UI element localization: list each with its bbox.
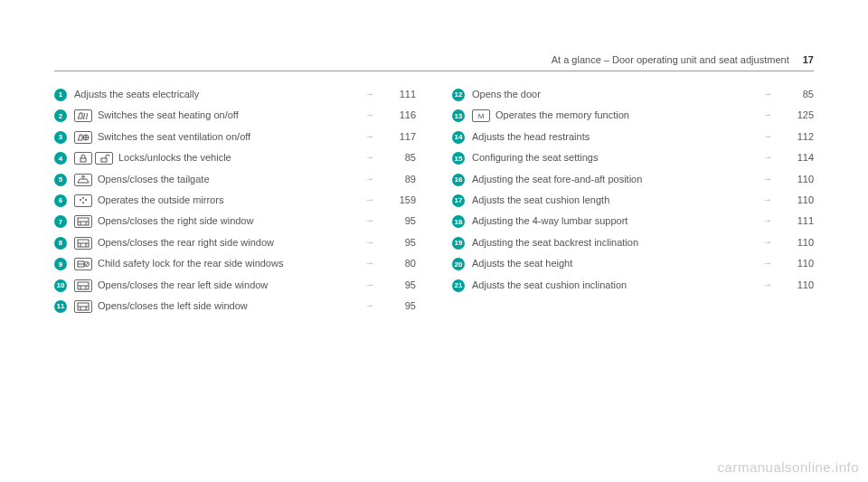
- arrow-icon: →: [365, 299, 383, 312]
- list-item: 11Opens/closes the left side window→95: [54, 299, 416, 313]
- item-number-badge: 21: [452, 279, 465, 292]
- window-right-icon: [74, 215, 92, 228]
- item-text: Operates the memory function: [495, 109, 629, 120]
- arrow-icon: →: [763, 279, 781, 291]
- page-reference: 110: [781, 173, 814, 186]
- svg-rect-1: [80, 158, 86, 162]
- arrow-icon: →: [365, 88, 383, 100]
- item-number-badge: 2: [54, 109, 67, 122]
- icon-group: [74, 237, 92, 250]
- icon-group: M: [472, 109, 490, 122]
- item-number-badge: 16: [452, 174, 465, 186]
- window-rear-left-icon: [74, 279, 92, 292]
- svg-text:M: M: [478, 112, 485, 120]
- arrow-icon: →: [365, 130, 383, 143]
- item-text: Locks/unlocks the vehicle: [118, 152, 231, 163]
- arrow-icon: →: [365, 279, 383, 291]
- arrow-icon: →: [365, 194, 383, 206]
- item-number-badge: 3: [54, 131, 67, 144]
- page-reference: 95: [383, 299, 416, 313]
- seat-heating-icon: [74, 109, 92, 122]
- item-text: Operates the outside mirrors: [98, 194, 223, 205]
- item-description: Operates the outside mirrors: [74, 194, 365, 207]
- item-text: Opens/closes the tailgate: [98, 174, 210, 184]
- page-reference: 95: [383, 236, 416, 250]
- mirrors-icon: [74, 194, 92, 207]
- arrow-icon: →: [763, 214, 781, 227]
- item-text: Adjusts the seats electrically: [74, 89, 199, 99]
- item-number-badge: 20: [452, 258, 465, 270]
- lock-icon: [74, 152, 92, 165]
- list-item: 16Adjusting the seat fore-and-aft positi…: [452, 173, 814, 186]
- memory-icon: M: [472, 109, 490, 122]
- list-item: 15Configuring the seat settings→114: [452, 151, 814, 165]
- list-item: 7Opens/closes the right side window→95: [54, 214, 416, 228]
- item-text: Opens the door: [472, 89, 541, 99]
- list-item: 9Child safety lock for the rear side win…: [54, 257, 416, 270]
- icon-group: [74, 131, 92, 144]
- page-reference: 110: [781, 194, 814, 207]
- list-item: 8Opens/closes the rear right side window…: [54, 236, 416, 250]
- arrow-icon: →: [763, 109, 781, 121]
- arrow-icon: →: [365, 214, 383, 227]
- arrow-icon: →: [763, 88, 781, 100]
- icon-group: [74, 109, 92, 122]
- item-description: Adjusts the head restraints: [472, 130, 763, 144]
- page-reference: 117: [383, 130, 416, 144]
- item-number-badge: 19: [452, 237, 465, 250]
- list-item: 14Adjusts the head restraints→112: [452, 130, 814, 144]
- item-text: Opens/closes the left side window: [98, 300, 248, 311]
- item-description: Adjusts the seat cushion length: [472, 194, 763, 207]
- arrow-icon: →: [365, 257, 383, 269]
- arrow-icon: →: [365, 236, 383, 249]
- item-description: Opens/closes the right side window: [74, 214, 365, 228]
- list-item: 13MOperates the memory function→125: [452, 109, 814, 122]
- page-reference: 111: [383, 88, 416, 101]
- item-text: Adjusting the 4-way lumbar support: [472, 215, 627, 226]
- item-text: Adjusts the seat height: [472, 258, 572, 269]
- seat-ventilation-icon: [74, 131, 92, 144]
- list-item: 10Opens/closes the rear left side window…: [54, 279, 416, 292]
- child-lock-icon: [74, 258, 92, 270]
- item-number-badge: 10: [54, 279, 67, 292]
- item-number-badge: 6: [54, 194, 67, 207]
- list-item: 18Adjusting the 4-way lumbar support→111: [452, 214, 814, 228]
- svg-rect-2: [101, 158, 107, 162]
- item-text: Opens/closes the rear left side window: [98, 279, 268, 290]
- item-description: Adjusts the seat cushion inclination: [472, 279, 763, 292]
- item-description: Opens/closes the left side window: [74, 299, 365, 313]
- item-number-badge: 13: [452, 109, 465, 122]
- list-item: 1Adjusts the seats electrically→111: [54, 88, 416, 101]
- item-text: Configuring the seat settings: [472, 152, 598, 163]
- item-description: Locks/unlocks the vehicle: [74, 151, 365, 165]
- item-description: Opens/closes the rear left side window: [74, 279, 365, 292]
- page-reference: 125: [781, 109, 814, 122]
- svg-point-3: [80, 199, 81, 201]
- page-reference: 89: [383, 173, 416, 186]
- item-text: Switches the seat heating on/off: [98, 109, 239, 120]
- item-description: Configuring the seat settings: [472, 151, 763, 165]
- page-reference: 110: [781, 236, 814, 250]
- item-number-badge: 7: [54, 215, 67, 228]
- icon-group: [74, 174, 92, 186]
- item-description: Child safety lock for the rear side wind…: [74, 257, 365, 270]
- item-description: Switches the seat ventilation on/off: [74, 130, 365, 144]
- right-column: 12Opens the door→8513MOperates the memor…: [452, 88, 814, 320]
- item-number-badge: 9: [54, 258, 67, 270]
- arrow-icon: →: [365, 109, 383, 121]
- item-description: Adjusting the seat backrest inclination: [472, 236, 763, 250]
- page-reference: 114: [781, 151, 814, 165]
- item-description: Opens/closes the tailgate: [74, 173, 365, 186]
- content-columns: 1Adjusts the seats electrically→1112Swit…: [54, 88, 814, 320]
- icon-group: [74, 300, 92, 313]
- header-title: At a glance – Door operating unit and se…: [552, 54, 789, 65]
- item-text: Child safety lock for the rear side wind…: [98, 258, 283, 269]
- page-reference: 85: [383, 151, 416, 165]
- icon-group: [74, 258, 92, 270]
- item-text: Opens/closes the right side window: [98, 215, 253, 226]
- icon-group: [74, 215, 92, 228]
- tailgate-icon: [74, 174, 92, 186]
- arrow-icon: →: [763, 151, 781, 164]
- item-number-badge: 18: [452, 215, 465, 228]
- left-column: 1Adjusts the seats electrically→1112Swit…: [54, 88, 416, 320]
